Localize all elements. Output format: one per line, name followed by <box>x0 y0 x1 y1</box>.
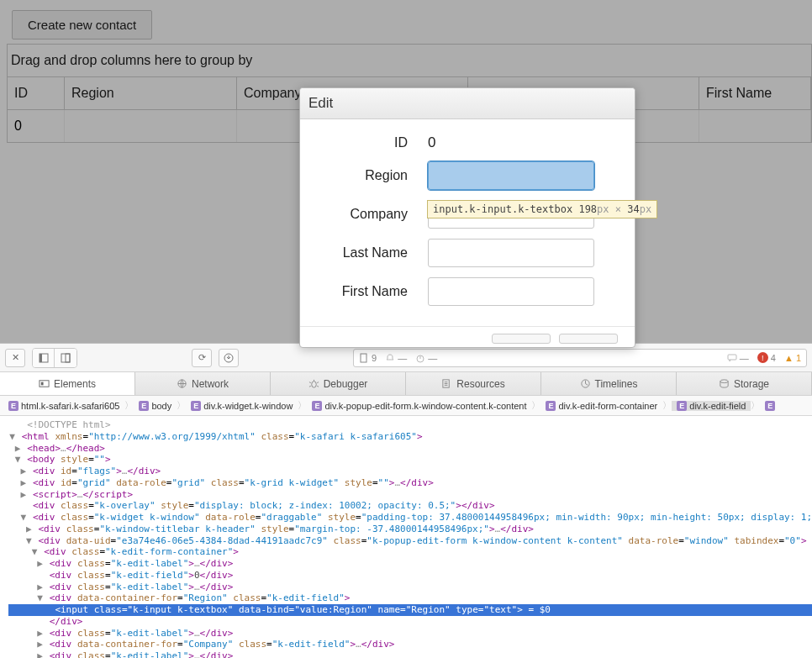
value-id: 0 <box>428 134 435 150</box>
devtools-toolbar: ✕ ⟳ 9 — — — !4 ▲ 1 <box>0 344 812 372</box>
svg-rect-9 <box>41 382 44 386</box>
bell-icon: — <box>385 353 407 363</box>
svg-rect-5 <box>361 354 366 362</box>
devtools-status-bar: 9 — — — !4 ▲ 1 <box>353 349 807 367</box>
error-icon: ! <box>757 352 768 363</box>
breadcrumb-item[interactable]: Ediv.k-widget.k-window <box>186 401 298 411</box>
last-name-field[interactable] <box>428 239 594 267</box>
breadcrumb: Ehtml.k-safari.k-safari605〉 Ebody〉 Ediv.… <box>0 396 812 416</box>
tab-timelines[interactable]: Timelines <box>541 372 677 395</box>
devtools: ✕ ⟳ 9 — — — !4 ▲ 1 Elements Network Debu… <box>0 343 812 658</box>
svg-rect-1 <box>40 354 42 362</box>
tab-storage[interactable]: Storage <box>677 372 812 395</box>
breadcrumb-item[interactable]: E <box>760 401 780 411</box>
breadcrumb-item[interactable]: Ediv.k-popup-edit-form.k-window-content.… <box>307 401 531 411</box>
source-panel[interactable]: <!DOCTYPE html>▼ <html xmlns="http://www… <box>0 416 812 658</box>
breadcrumb-item[interactable]: Ediv.k-edit-form-container <box>540 401 662 411</box>
svg-rect-8 <box>40 381 49 387</box>
tab-debugger[interactable]: Debugger <box>271 372 406 395</box>
label-id: ID <box>320 135 428 150</box>
svg-point-11 <box>311 382 316 387</box>
svg-point-14 <box>720 380 728 383</box>
close-icon[interactable]: ✕ <box>5 349 25 367</box>
label-region: Region <box>320 168 428 183</box>
breadcrumb-item[interactable]: Ehtml.k-safari.k-safari605 <box>3 401 124 411</box>
dock-right-icon[interactable] <box>55 349 76 367</box>
reload-icon[interactable]: ⟳ <box>192 349 212 367</box>
first-name-field[interactable] <box>428 277 594 306</box>
download-icon[interactable] <box>219 349 239 367</box>
dock-left-icon[interactable] <box>33 349 55 367</box>
dialog-button[interactable] <box>559 334 618 344</box>
warning-count[interactable]: ▲ 1 <box>784 353 801 363</box>
breadcrumb-item[interactable]: Ediv.k-edit-field <box>672 401 751 411</box>
svg-rect-7 <box>728 355 736 360</box>
inspector-tooltip: input.k-input.k-textbox 198px × 34px <box>427 200 657 218</box>
breadcrumb-item[interactable]: Ebody <box>134 401 177 411</box>
timer-icon: — <box>415 353 437 363</box>
window-title[interactable]: Edit <box>300 88 635 119</box>
tab-elements[interactable]: Elements <box>0 372 135 395</box>
devtools-tabs: Elements Network Debugger Resources Time… <box>0 372 812 396</box>
label-last: Last Name <box>320 245 428 261</box>
error-count[interactable]: !4 <box>757 352 776 363</box>
dialog-button[interactable] <box>492 334 551 344</box>
dock-toggle[interactable] <box>32 348 77 368</box>
comment-icon: — <box>727 353 749 363</box>
tab-network[interactable]: Network <box>135 372 271 395</box>
tab-resources[interactable]: Resources <box>406 372 541 395</box>
label-first: First Name <box>320 284 428 299</box>
svg-rect-3 <box>66 354 70 362</box>
doc-count: 9 <box>359 353 377 363</box>
label-company: Company <box>320 207 428 222</box>
region-field[interactable] <box>428 161 594 190</box>
